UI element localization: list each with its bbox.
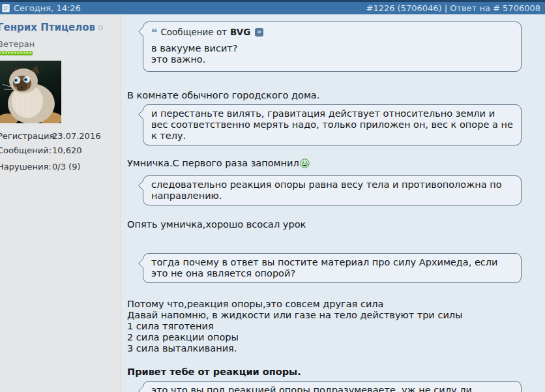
quote-text: следовательно реакция опоры равна весу т… [151, 179, 513, 202]
quote-text-line: это важно. [151, 54, 513, 65]
registration-label: Регистрация: [0, 131, 52, 141]
violations-label: Нарушения: [0, 162, 52, 172]
quote-tail-icon [138, 110, 148, 120]
quote-text: тогда почему в ответ вы постите материал… [151, 257, 513, 279]
quote-tail-icon [138, 181, 148, 191]
message-text-bold: Привет тебе от реакции опоры. [127, 367, 522, 378]
message-text-line: 3 сила выталкивания. [127, 343, 522, 354]
quote-block: тогда почему в ответ вы постите материал… [143, 253, 522, 283]
messages-row: Сообщений: 10,620 [0, 145, 117, 155]
reputation-dot [29, 51, 33, 55]
post-content: ❝ Сообщение от BVG » в вакууме висит? эт… [121, 14, 545, 392]
viewpost-icon[interactable]: » [255, 28, 263, 37]
messages-label: Сообщений: [0, 145, 52, 155]
registration-value: 23.07.2016 [52, 131, 100, 141]
grin-smiley-icon [300, 158, 310, 168]
user-title: Ветеран [0, 39, 117, 49]
quote-header: ❝ Сообщение от BVG » [151, 27, 513, 38]
violations-row: Нарушения: 0/3 (9) [0, 162, 117, 172]
violations-value: 0/3 (9) [52, 162, 80, 172]
username-link[interactable]: Генрих Птицелов [0, 22, 95, 33]
quote-block-bvg: ❝ Сообщение от BVG » в вакууме висит? эт… [143, 22, 522, 72]
message-text: Опять умничка,хорошо всосал урок [127, 219, 522, 230]
quote-text-line: в вакууме висит? [151, 43, 513, 54]
message-text-line: Потому что,реакция опоры,это совсем друг… [127, 299, 522, 310]
quote-tail-icon [138, 386, 148, 392]
reputation-bar [0, 51, 117, 55]
message-text-line: 2 сила реакции опоры [127, 332, 522, 343]
post-number-link[interactable]: #1226 (5706046) | Ответ на # 5706008 [366, 3, 540, 13]
quote-text: и перестаньте вилять, гравитация действу… [151, 108, 513, 142]
message-text: Умничка.С первого раза запомнил [127, 158, 522, 169]
post-layout: Генрих Птицелов Ветеран [0, 14, 545, 392]
message-text: В комнате обычного городского дома. [127, 90, 522, 101]
post-page-icon [2, 4, 10, 12]
registration-row: Регистрация: 23.07.2016 [0, 131, 117, 141]
quote-icon: ❝ [151, 29, 157, 36]
post-date: Сегодня, 14:26 [14, 3, 81, 13]
quote-author: BVG [230, 27, 250, 38]
avatar[interactable] [0, 61, 61, 123]
quote-block: следовательно реакция опоры равна весу т… [143, 175, 522, 205]
message-paragraph: Потому что,реакция опоры,это совсем друг… [127, 299, 522, 354]
quote-text: это что вы под реакцией опоры подразумев… [151, 385, 513, 392]
online-status-icon [98, 25, 103, 30]
username-row: Генрих Птицелов [0, 22, 117, 33]
quote-prefix: Сообщение от [160, 27, 227, 38]
quote-block: и перестаньте вилять, гравитация действу… [143, 104, 522, 145]
message-text-line: 1 сила тяготения [127, 321, 522, 332]
message-text-line: Давай напомню, в жидкости или газе на те… [127, 310, 522, 321]
quote-tail-icon [138, 27, 148, 37]
messages-value: 10,620 [52, 145, 82, 155]
user-info: Регистрация: 23.07.2016 Сообщений: 10,62… [0, 131, 117, 172]
quote-block: это что вы под реакцией опоры подразумев… [143, 381, 522, 392]
quote-tail-icon [138, 258, 148, 269]
user-sidebar: Генрих Птицелов Ветеран [0, 14, 121, 392]
message-text-span: Умничка.С первого раза запомнил [127, 158, 299, 168]
post-header-bar: Сегодня, 14:26 #1226 (5706046) | Ответ н… [0, 0, 545, 14]
